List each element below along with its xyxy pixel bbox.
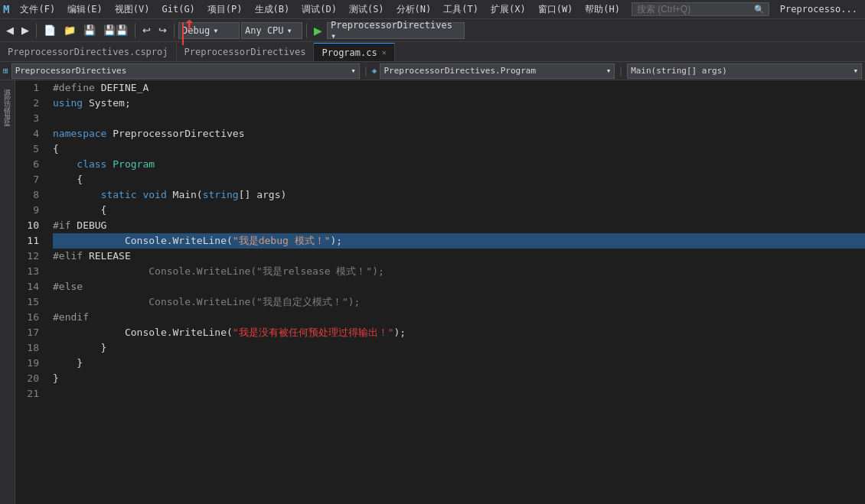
nav-class-dropdown[interactable]: PreprocessorDirectives.Program ▾: [380, 63, 615, 79]
tab-csproj-label: PreprocessorDirectives.csproj: [8, 47, 168, 57]
preprocessor-label: Preprocesso...: [775, 2, 862, 16]
line-17: 17: [15, 325, 44, 340]
save-all-button[interactable]: 💾💾: [100, 24, 131, 37]
nav-method-chevron: ▾: [853, 66, 858, 76]
tab-preprocessordirectives[interactable]: PreprocessorDirectives: [177, 43, 315, 61]
menu-git[interactable]: Git(G): [156, 2, 201, 16]
code-line-13: Console.WriteLine("我是relsease 模式！");: [53, 264, 865, 279]
sidebar-icon-function[interactable]: 功: [2, 94, 12, 97]
code-line-2: using System;: [53, 96, 865, 111]
tab-close-icon[interactable]: ✕: [382, 48, 387, 57]
code-l8-main: Main(: [173, 187, 203, 203]
menu-help[interactable]: 帮助(H): [579, 2, 626, 18]
menu-tools[interactable]: 工具(T): [437, 2, 485, 18]
separator-2: [135, 24, 135, 37]
code-l12-elif: #elif: [53, 249, 89, 264]
line-10: 10: [15, 218, 44, 233]
sidebar-icon-control[interactable]: 控: [2, 88, 12, 91]
play-button[interactable]: ▶: [311, 24, 325, 37]
nav-class-chevron: ▾: [606, 66, 612, 76]
redo-button[interactable]: ↪: [155, 24, 170, 37]
vs-logo: M: [3, 3, 9, 15]
menu-project[interactable]: 项目(P): [201, 2, 249, 18]
open-button[interactable]: 📁: [60, 24, 79, 37]
directive-dropdown[interactable]: PreprocessorDirectives ▾: [327, 22, 465, 39]
code-l17-str: "我是没有被任何预处理过得输出！": [233, 325, 394, 340]
code-line-10: #if DEBUG: [53, 218, 865, 233]
search-icon: 🔍: [754, 5, 765, 15]
code-line-9: {: [53, 203, 865, 218]
editor-container: 源 控 功 错 加 盐 1 2 3 4 5 6 7 8 9 10 11 12 1…: [0, 80, 865, 504]
menu-window[interactable]: 窗口(W): [532, 2, 579, 18]
code-line-8: static void Main(string[] args): [53, 187, 865, 203]
code-l18: }: [53, 340, 106, 356]
cpu-dropdown[interactable]: Any CPU ▾: [241, 22, 302, 39]
sidebar-icon-source[interactable]: 源: [2, 82, 12, 85]
code-l9: {: [53, 203, 106, 218]
menu-build[interactable]: 生成(B): [249, 2, 296, 18]
nav-method-dropdown[interactable]: Main(string[] args) ▾: [627, 63, 862, 79]
tab-csproj[interactable]: PreprocessorDirectives.csproj: [0, 43, 177, 61]
code-line-1: #define DEFINE_A: [53, 80, 865, 96]
sidebar-icon-salt[interactable]: 盐: [2, 112, 12, 115]
code-l1-hash: #define: [53, 80, 101, 96]
line-7: 7: [15, 172, 44, 187]
menu-debug[interactable]: 调试(D): [295, 2, 343, 18]
tab-preprocessor-label: PreprocessorDirectives: [184, 47, 306, 57]
code-line-14: #else: [53, 279, 865, 294]
code-l15: Console.WriteLine("我是自定义模式！");: [53, 294, 360, 310]
menu-edit[interactable]: 编辑(E): [61, 2, 109, 18]
debug-dropdown[interactable]: Debug ▾: [178, 22, 240, 39]
back-button[interactable]: ◀: [3, 24, 17, 37]
menu-view[interactable]: 视图(V): [109, 2, 156, 18]
line-4: 4: [15, 126, 44, 141]
code-l10-if: #if: [53, 218, 77, 233]
toolbar: ◀ ▶ 📄 📁 💾 💾💾 ↩ ↪ Debug ▾ Any CPU ▾ ▶ Pre…: [0, 19, 865, 42]
save-button[interactable]: 💾: [80, 24, 99, 37]
tab-programcs[interactable]: Program.cs ✕: [314, 43, 394, 61]
code-l8-string: string: [203, 187, 239, 203]
tab-programcs-label: Program.cs: [322, 47, 377, 58]
nav-separator: |: [363, 65, 369, 76]
cpu-chevron: ▾: [287, 25, 292, 36]
nav-separator2: |: [618, 65, 624, 76]
sidebar-icon-add[interactable]: 加: [2, 106, 12, 109]
code-l8-args: [] args): [239, 187, 287, 203]
new-file-button[interactable]: 📄: [41, 24, 59, 37]
code-l6-indent: [53, 157, 77, 172]
code-l13: Console.WriteLine("我是relsease 模式！");: [53, 264, 384, 279]
line-15: 15: [15, 294, 44, 310]
code-l16-endif: #endif: [53, 310, 89, 325]
undo-button[interactable]: ↩: [139, 24, 154, 37]
code-l6-classname: Program: [113, 157, 155, 172]
code-l2-using: using: [53, 96, 89, 111]
nav-namespace-dropdown[interactable]: PreprocessorDirectives ▾: [11, 63, 360, 79]
line-19: 19: [15, 356, 44, 371]
menu-file[interactable]: 文件(F): [14, 2, 61, 18]
code-line-11: Console.WriteLine("我是debug 模式！");: [53, 233, 865, 249]
tabs-bar: PreprocessorDirectives.csproj Preprocess…: [0, 42, 865, 62]
menu-extensions[interactable]: 扩展(X): [485, 2, 532, 18]
line-9: 9: [15, 203, 44, 218]
sidebar-icon-error[interactable]: 错: [2, 100, 12, 103]
menu-test[interactable]: 测试(S): [343, 2, 390, 18]
code-l17-close: );: [393, 325, 406, 340]
code-l4-nsname: PreprocessorDirectives: [113, 126, 244, 141]
line-12: 12: [15, 249, 44, 264]
line-21: 21: [15, 386, 44, 402]
line-3: 3: [15, 111, 44, 126]
code-l11-indent: Console.: [53, 233, 173, 249]
debug-chevron: ▾: [213, 25, 218, 36]
code-editor[interactable]: #define DEFINE_A using System; namespace…: [50, 80, 865, 504]
line-13: 13: [15, 264, 44, 279]
search-input[interactable]: [632, 2, 769, 16]
separator-3: [174, 24, 175, 37]
menu-analyze[interactable]: 分析(N): [390, 2, 438, 18]
code-l8-indent: [53, 187, 101, 203]
code-line-12: #elif RELEASE: [53, 249, 865, 264]
code-l8-static: static: [101, 187, 143, 203]
code-line-16: #endif: [53, 310, 865, 325]
code-l19: }: [53, 356, 83, 371]
line-1: 1: [15, 80, 44, 96]
forward-button[interactable]: ▶: [18, 24, 32, 37]
